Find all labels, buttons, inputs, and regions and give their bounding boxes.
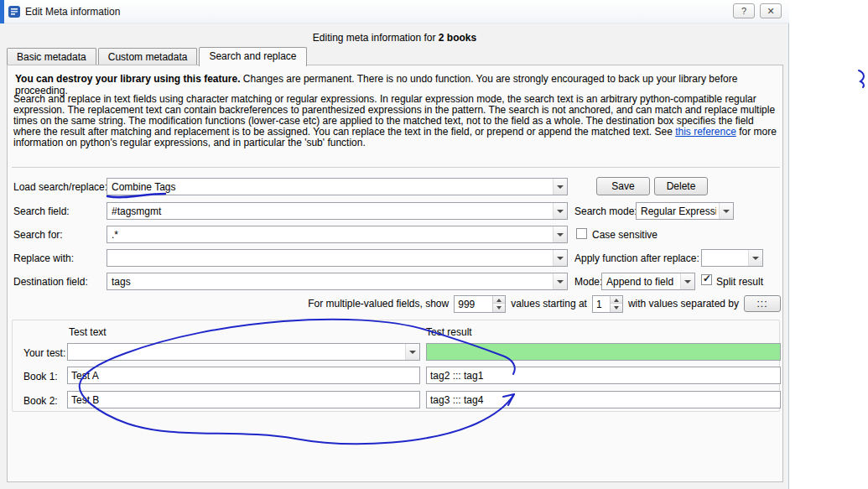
book-2-result-field xyxy=(426,391,781,408)
starting-at-spinner[interactable]: 1 xyxy=(592,295,623,313)
header-prefix: Editing meta information for xyxy=(313,32,439,44)
search-field-combobox[interactable]: #tagsmgmt xyxy=(107,202,568,220)
your-test-result-field xyxy=(426,343,781,361)
edit-meta-dialog: Edit Meta information ? ✕ Editing meta i… xyxy=(0,0,789,489)
chevron-down-icon[interactable] xyxy=(680,273,694,289)
window-icon xyxy=(8,5,21,18)
load-search-replace-label: Load search/replace: xyxy=(13,181,107,193)
chevron-down-icon[interactable] xyxy=(553,203,567,219)
starting-at-label: values starting at xyxy=(511,298,587,310)
show-values-value: 999 xyxy=(458,299,475,310)
your-test-combobox[interactable] xyxy=(67,343,420,361)
spin-down-icon[interactable] xyxy=(611,304,622,312)
case-sensitive-label: Case sensitive xyxy=(592,229,657,241)
search-replace-description: Search and replace in text fields using … xyxy=(13,94,778,148)
destination-field-combobox[interactable]: tags xyxy=(107,273,568,290)
chevron-down-icon[interactable] xyxy=(553,273,567,289)
case-sensitive-checkbox[interactable] xyxy=(576,228,587,239)
load-search-replace-combobox[interactable]: Combine Tags xyxy=(107,178,568,195)
split-result-checkbox[interactable]: ✓ xyxy=(701,274,712,285)
chevron-down-icon[interactable] xyxy=(719,203,733,219)
spinner-buttons xyxy=(492,296,505,312)
separated-by-label: with values separated by xyxy=(628,298,739,310)
chevron-down-icon[interactable] xyxy=(553,250,567,266)
split-result-label: Split result xyxy=(716,276,763,288)
multiple-values-row: For multiple-valued fields, show 999 val… xyxy=(268,294,781,313)
mode-combobox[interactable]: Append to field xyxy=(601,273,695,290)
book-2-test-input[interactable] xyxy=(67,391,420,408)
separator-button[interactable]: ::: xyxy=(744,295,781,312)
spinner-buttons xyxy=(610,296,622,312)
window-title: Edit Meta information xyxy=(25,6,120,18)
mode-value: Append to field xyxy=(606,276,678,288)
apply-function-label: Apply function after replace: xyxy=(574,252,699,264)
book-1-result-field xyxy=(426,367,781,384)
search-for-combobox[interactable]: .* xyxy=(107,226,568,243)
window-frame-edge xyxy=(0,0,4,23)
chevron-down-icon[interactable] xyxy=(748,250,762,266)
header-book-count: 2 books xyxy=(439,32,476,44)
test-result-header: Test result xyxy=(426,326,472,338)
test-text-header: Test text xyxy=(69,326,107,338)
spin-down-icon[interactable] xyxy=(493,304,505,312)
search-mode-combobox[interactable]: Regular Expression xyxy=(636,202,734,220)
titlebar[interactable]: Edit Meta information ? ✕ xyxy=(0,0,789,23)
reference-link[interactable]: this reference xyxy=(675,126,736,138)
delete-button[interactable]: Delete xyxy=(654,177,708,195)
chevron-down-icon[interactable] xyxy=(553,226,567,242)
starting-at-value: 1 xyxy=(596,299,602,310)
show-values-label: For multiple-valued fields, show xyxy=(308,298,449,310)
destination-field-label: Destination field: xyxy=(13,276,88,288)
mode-label: Mode: xyxy=(574,276,602,288)
pen-mark-right-edge xyxy=(859,70,864,87)
show-values-spinner[interactable]: 999 xyxy=(454,295,506,313)
search-mode-label: Search mode: xyxy=(574,205,637,217)
book-1-label: Book 1: xyxy=(23,371,58,382)
tab-basic-metadata[interactable]: Basic metadata xyxy=(7,48,96,65)
load-search-replace-value: Combine Tags xyxy=(112,181,550,193)
tab-search-and-replace[interactable]: Search and replace xyxy=(199,47,306,66)
search-for-label: Search for: xyxy=(13,229,63,241)
desktop: Edit Meta information ? ✕ Editing meta i… xyxy=(0,0,868,489)
section-divider xyxy=(12,167,780,168)
search-mode-value: Regular Expression xyxy=(641,205,716,217)
chevron-down-icon[interactable] xyxy=(553,179,567,195)
replace-with-combobox[interactable] xyxy=(107,249,568,267)
dialog-header: Editing meta information for 2 books xyxy=(0,32,789,44)
chevron-down-icon[interactable] xyxy=(405,344,419,360)
check-icon: ✓ xyxy=(703,273,711,284)
search-field-value: #tagsmgmt xyxy=(112,205,550,217)
description-text-1: Search and replace in text fields using … xyxy=(13,93,775,138)
help-button[interactable]: ? xyxy=(733,3,755,18)
search-for-value: .* xyxy=(112,229,550,241)
warning-bold: You can destroy your library using this … xyxy=(15,73,241,85)
tab-custom-metadata[interactable]: Custom metadata xyxy=(98,48,198,65)
book-2-label: Book 2: xyxy=(23,395,58,407)
book-1-test-input[interactable] xyxy=(67,367,420,384)
close-button[interactable]: ✕ xyxy=(760,3,782,18)
spin-up-icon[interactable] xyxy=(611,296,622,304)
titlebar-buttons: ? ✕ xyxy=(733,3,782,18)
tab-bar: Basic metadata Custom metadata Search an… xyxy=(7,49,309,65)
save-button[interactable]: Save xyxy=(596,177,650,195)
destination-field-value: tags xyxy=(112,276,550,288)
apply-function-combobox[interactable] xyxy=(701,249,763,267)
search-field-label: Search field: xyxy=(13,205,70,217)
your-test-label: Your test: xyxy=(23,347,65,359)
spin-up-icon[interactable] xyxy=(493,296,505,304)
replace-with-label: Replace with: xyxy=(13,252,74,264)
